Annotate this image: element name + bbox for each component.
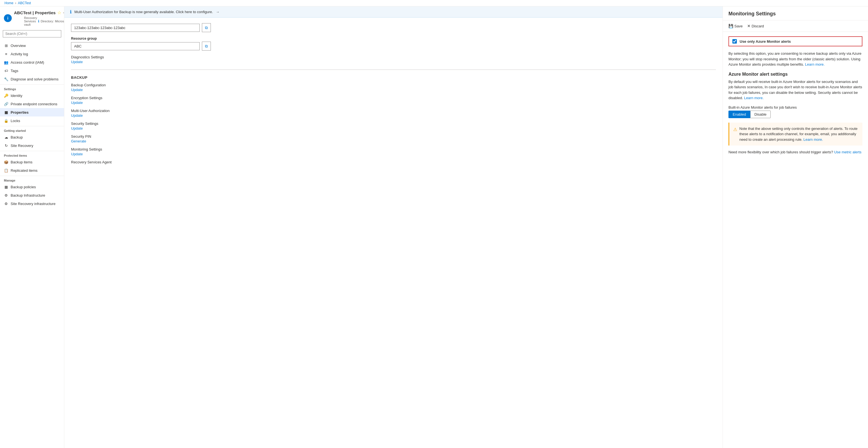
monitoring-settings-item: Monitoring Settings Update <box>71 147 716 156</box>
encryption-settings-title: Encryption Settings <box>71 96 716 100</box>
toggle-enabled-button[interactable]: Enabled <box>728 111 750 118</box>
security-pin-link[interactable]: Generate <box>71 139 86 143</box>
locks-icon: 🔒 <box>4 118 8 123</box>
replicated-items-icon: 📋 <box>4 168 8 173</box>
azure-monitor-settings-description: By default you will receive built-in Azu… <box>728 79 862 101</box>
main-content: ℹ Multi-User Authorization for Backup is… <box>64 6 722 448</box>
sidebar-item-tags[interactable]: 🏷 Tags <box>0 66 64 75</box>
breadcrumb-resource[interactable]: ABCTest <box>18 1 31 5</box>
resource-group-input <box>71 42 200 50</box>
save-button[interactable]: 💾 Save <box>728 23 743 29</box>
diagnose-icon: 🔧 <box>4 77 8 81</box>
azure-monitor-checkbox[interactable] <box>733 39 737 43</box>
section-label-manage: Manage <box>0 177 64 183</box>
sidebar-item-backup[interactable]: ☁ Backup <box>0 133 64 141</box>
breadcrumb-separator: › <box>15 1 16 5</box>
warning-learn-more-link[interactable]: Learn more. <box>803 137 823 142</box>
notification-arrow: → <box>216 10 219 14</box>
right-panel-title: Monitoring Settings <box>728 11 862 17</box>
copy-subscription-id-button[interactable]: ⧉ <box>202 23 211 32</box>
diagnostics-settings-item: Diagnostics Settings Update <box>71 55 716 64</box>
notification-banner[interactable]: ℹ Multi-User Authorization for Backup is… <box>64 6 722 18</box>
section-label-settings: Settings <box>0 86 64 91</box>
section-label-getting-started: Getting started <box>0 127 64 133</box>
properties-icon: ▦ <box>4 110 8 114</box>
sidebar-item-private-endpoint[interactable]: 🔗 Private endpoint connections <box>0 100 64 108</box>
discard-icon: ✕ <box>747 24 750 28</box>
encryption-settings-link[interactable]: Update <box>71 101 83 105</box>
sidebar-item-access-control[interactable]: 👥 Access control (IAM) <box>0 58 64 66</box>
directory-value: Microsoft <box>55 20 64 23</box>
sidebar-item-replicated-items[interactable]: 📋 Replicated items <box>0 166 64 175</box>
right-panel-toolbar: 💾 Save ✕ Discard <box>723 21 868 32</box>
breadcrumb-home[interactable]: Home <box>4 1 13 5</box>
sidebar-label-backup-items: Backup items <box>11 160 32 164</box>
azure-monitor-description: By selecting this option, you are consen… <box>728 51 862 67</box>
learn-more-2-link[interactable]: Learn more. <box>744 96 764 100</box>
sidebar-item-backup-items[interactable]: 📦 Backup items <box>0 158 64 166</box>
diagnostics-update-link[interactable]: Update <box>71 60 83 64</box>
security-settings-link[interactable]: Update <box>71 126 83 131</box>
sidebar-label-backup-policies: Backup policies <box>11 185 36 189</box>
section-label-protected-items: Protected items <box>0 152 64 158</box>
resource-name: ABCTest | Properties <box>14 10 56 15</box>
right-panel-header: Monitoring Settings <box>723 6 868 21</box>
sidebar-item-backup-policies[interactable]: ▦ Backup policies <box>0 183 64 191</box>
toggle-disable-button[interactable]: Disable <box>750 111 771 118</box>
backup-policies-icon: ▦ <box>4 184 8 189</box>
encryption-settings-item: Encryption Settings Update <box>71 96 716 105</box>
azure-monitor-checkbox-row[interactable]: Use only Azure Monitor alerts <box>728 36 862 46</box>
sidebar-item-site-recovery-infra[interactable]: ⚙ Site Recovery infrastructure <box>0 199 64 208</box>
security-settings-item: Security Settings Update <box>71 122 716 131</box>
sidebar-item-properties[interactable]: ▦ Properties <box>0 108 64 116</box>
sidebar-label-locks: Locks <box>11 119 20 123</box>
divider-getting-started <box>0 126 64 126</box>
directory-label: Directory: <box>40 20 54 23</box>
mua-item: Multi-User Authorization Update <box>71 109 716 117</box>
sidebar-item-backup-infrastructure[interactable]: ⚙ Backup Infrastructure <box>0 191 64 199</box>
discard-button[interactable]: ✕ Discard <box>747 23 764 29</box>
save-icon: 💾 <box>728 24 733 28</box>
sidebar-item-site-recovery[interactable]: ↻ Site Recovery <box>0 141 64 150</box>
security-pin-item: Security PIN Generate <box>71 134 716 143</box>
activity-log-icon: ≡ <box>4 52 8 56</box>
backup-infrastructure-icon: ⚙ <box>4 193 8 198</box>
private-endpoint-icon: 🔗 <box>4 102 8 106</box>
copy-resource-group-button[interactable]: ⧉ <box>202 42 211 50</box>
properties-panel: ⧉ Resource group ⧉ Diagnostics Settings … <box>64 18 722 174</box>
backup-config-link[interactable]: Update <box>71 88 83 92</box>
mua-link[interactable]: Update <box>71 113 83 117</box>
sidebar-item-diagnose[interactable]: 🔧 Diagnose and solve problems <box>0 75 64 83</box>
azure-monitor-label: Use only Azure Monitor alerts <box>740 39 791 43</box>
warning-text: Note that the above setting only control… <box>739 126 859 142</box>
sidebar-label-site-recovery: Site Recovery <box>11 144 33 148</box>
metric-alerts-link[interactable]: Use metric alerts <box>834 150 862 154</box>
sidebar-item-locks[interactable]: 🔒 Locks <box>0 116 64 125</box>
sidebar: i ABCTest | Properties ☆ ··· Recovery Se… <box>0 6 64 448</box>
warning-box: ⚠ Note that the above setting only contr… <box>728 123 862 146</box>
backup-section-title: BACKUP <box>71 75 716 79</box>
monitoring-settings-link[interactable]: Update <box>71 152 83 156</box>
sidebar-label-identity: Identity <box>11 94 22 98</box>
sidebar-item-overview[interactable]: ⊞ Overview <box>0 41 64 50</box>
sidebar-item-activity-log[interactable]: ≡ Activity log <box>0 50 64 58</box>
tags-icon: 🏷 <box>4 68 8 73</box>
sidebar-label-tags: Tags <box>11 69 18 73</box>
backup-config-title: Backup Configuration <box>71 83 716 87</box>
site-recovery-icon: ↻ <box>4 143 8 148</box>
toggle-buttons: Enabled Disable <box>728 111 862 118</box>
search-input[interactable] <box>3 30 61 37</box>
learn-more-1-link[interactable]: Learn more. <box>805 62 825 66</box>
flexibility-text: Need more flexibility over which job fai… <box>728 150 862 154</box>
sidebar-label-replicated-items: Replicated items <box>11 168 37 173</box>
site-recovery-infra-icon: ⚙ <box>4 201 8 206</box>
identity-icon: 🔑 <box>4 93 8 98</box>
discard-label: Discard <box>752 24 764 28</box>
toggle-label: Built-in Azure Monitor alerts for job fa… <box>728 105 862 109</box>
sidebar-label-activity-log: Activity log <box>11 52 28 56</box>
sidebar-label-site-recovery-infra: Site Recovery infrastructure <box>11 202 55 206</box>
info-icon: ℹ <box>38 19 39 23</box>
sidebar-item-identity[interactable]: 🔑 Identity <box>0 91 64 100</box>
favorite-icon[interactable]: ☆ <box>57 10 61 15</box>
notification-info-icon: ℹ <box>70 9 71 14</box>
